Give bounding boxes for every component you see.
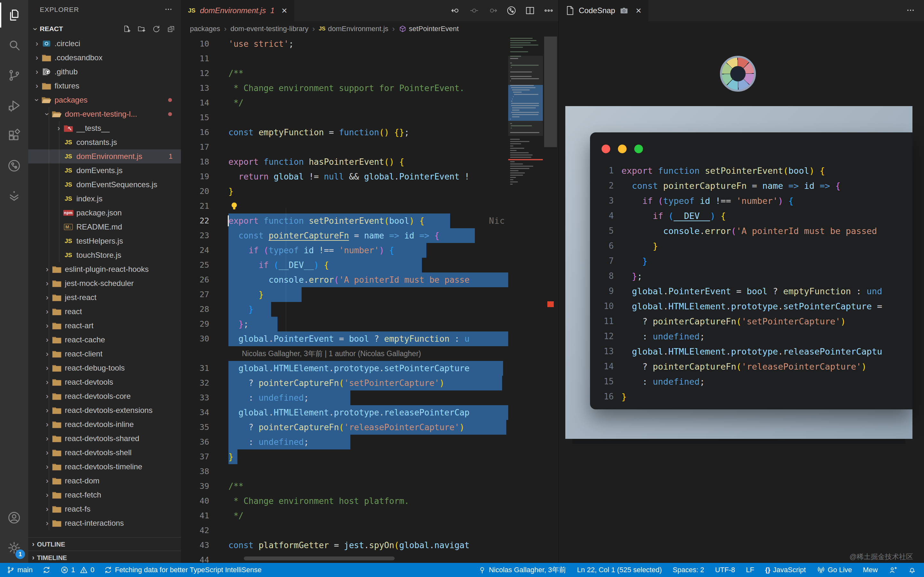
activity-item-live-server[interactable] (0, 181, 28, 211)
code-line-23[interactable]: 23 const pointerCaptureFn = name => id =… (181, 228, 508, 243)
outline-panel-header[interactable]: › OUTLINE (28, 537, 181, 551)
gitlens-icon[interactable] (506, 5, 517, 16)
tree-item-readme-md[interactable]: M↓README.md (28, 220, 181, 234)
more-icon[interactable] (543, 5, 554, 16)
code-line-16[interactable]: 16const emptyFunction = function() {}; (181, 125, 508, 140)
breadcrumb-domenvironment.js[interactable]: JSdomEnvironment.js (319, 25, 389, 33)
tree-item--circleci[interactable]: ›.circleci (28, 37, 181, 51)
tab-domenvironment[interactable]: JS domEnvironment.js 1 × (181, 0, 294, 21)
code-line-37[interactable]: 37} (181, 450, 508, 464)
tree-item-react-devtools-shell[interactable]: ›react-devtools-shell (28, 446, 181, 460)
next-change-icon[interactable] (488, 5, 498, 16)
section-header-react[interactable]: › REACT (28, 21, 181, 37)
tree-item-react-devtools-inline[interactable]: ›react-devtools-inline (28, 417, 181, 432)
code-line-28[interactable]: 28 } (181, 302, 508, 317)
tree-item-react-debug-tools[interactable]: ›react-debug-tools (28, 361, 181, 375)
breadcrumb-setpointerevent[interactable]: setPointerEvent (399, 25, 459, 33)
activity-item-run-debug[interactable] (0, 90, 28, 121)
tree-item--codesandbox[interactable]: ›.codesandbox (28, 51, 181, 65)
code-line-10[interactable]: 10'use strict'; (181, 37, 508, 51)
tree-item-index-js[interactable]: JSindex.js (28, 192, 181, 206)
change-icon[interactable] (469, 5, 479, 16)
horizontal-scrollbar[interactable] (244, 556, 395, 560)
activity-item-source-control[interactable] (0, 60, 28, 90)
code-line-26[interactable]: 26 console.error('A pointerId must be pa… (181, 272, 508, 287)
tree-item-domeventsequences-js[interactable]: JSdomEventSequences.js (28, 177, 181, 192)
code-line-39[interactable]: 39/** (181, 479, 508, 494)
tree-item-packages[interactable]: ›packages (28, 93, 181, 107)
status-item-spaces[interactable]: Spaces: 2 (673, 566, 704, 574)
split-editor-icon[interactable] (525, 5, 535, 16)
code-line-11[interactable]: 11 (181, 51, 508, 66)
code-line-24[interactable]: 24 if (typeof id !== 'number') { (181, 243, 508, 258)
breadcrumb-packages[interactable]: packages (190, 25, 220, 33)
tree-item-react-client[interactable]: ›react-client (28, 347, 181, 361)
activity-item-settings[interactable]: 1 (0, 533, 28, 563)
tree-item-jest-mock-scheduler[interactable]: ›jest-mock-scheduler (28, 276, 181, 290)
tree-item-react-devtools-timeline[interactable]: ›react-devtools-timeline (28, 460, 181, 474)
lightbulb-icon[interactable] (228, 200, 240, 212)
code-line-35[interactable]: 35 ? pointerCaptureFn('releasePointerCap… (181, 420, 508, 435)
code-line-42[interactable]: 42 (181, 523, 508, 538)
status-item-bell[interactable] (908, 566, 916, 574)
tree-item-react-fs[interactable]: ›react-fs (28, 502, 181, 516)
snapshot-preview[interactable]: 1export function setPointerEvent(bool) {… (565, 106, 913, 439)
close-icon[interactable]: × (636, 6, 641, 15)
code-line-31[interactable]: 31 global.HTMLElement.prototype.setPoint… (181, 361, 508, 376)
new-file-icon[interactable] (123, 25, 131, 33)
activity-item-extensions[interactable] (0, 121, 28, 151)
status-item-1[interactable]: 10 (60, 566, 95, 574)
status-item-main[interactable]: main (6, 566, 33, 574)
code-line-27[interactable]: 27 } (181, 287, 508, 302)
code-line-12[interactable]: 12/** (181, 66, 508, 81)
close-icon[interactable]: × (281, 6, 287, 15)
tree-item-react-devtools-extensions[interactable]: ›react-devtools-extensions (28, 403, 181, 417)
status-item-mew[interactable]: Mew (863, 566, 878, 574)
status-item-feedback[interactable] (889, 566, 897, 574)
code-line-13[interactable]: 13 * Change environment support for Poin… (181, 81, 508, 95)
breadcrumb-dom-event-testing-library[interactable]: dom-event-testing-library (230, 25, 309, 33)
scrollbar-thumb[interactable] (544, 37, 557, 147)
ellipsis-icon[interactable] (906, 6, 915, 15)
activity-item-search[interactable] (0, 30, 28, 60)
tree-item-react-devtools-shared[interactable]: ›react-devtools-shared (28, 432, 181, 446)
code-editor[interactable]: 10'use strict';1112/**13 * Change enviro… (181, 37, 508, 563)
code-line-18[interactable]: 18export function hasPointerEvent() { (181, 155, 508, 169)
code-line-19[interactable]: 19 return global != null && global.Point… (181, 169, 508, 184)
collapse-all-icon[interactable] (167, 25, 175, 33)
tree-item-domevents-js[interactable]: JSdomEvents.js (28, 163, 181, 177)
ellipsis-icon[interactable] (164, 5, 173, 13)
code-line-29[interactable]: 29 }; (181, 317, 508, 332)
status-item-go[interactable]: Go Live (817, 566, 852, 574)
tree-item-fixtures[interactable]: ›fixtures (28, 79, 181, 93)
status-item-ln[interactable]: Ln 22, Col 1 (525 selected) (577, 566, 662, 574)
code-line-21[interactable]: 21 (181, 199, 508, 213)
code-line-43[interactable]: 43const platformGetter = jest.spyOn(glob… (181, 538, 508, 553)
prev-change-icon[interactable] (451, 5, 461, 16)
activity-item-explorer[interactable] (0, 0, 28, 30)
tree-item-domenvironment-js[interactable]: JSdomEnvironment.js1 (28, 149, 181, 163)
minimap-viewport[interactable] (508, 56, 543, 136)
tree-item-eslint-plugin-react-hooks[interactable]: ›eslint-plugin-react-hooks (28, 262, 181, 276)
code-line-36[interactable]: 36 : undefined; (181, 435, 508, 450)
minimap[interactable] (508, 37, 543, 563)
status-item-sync[interactable] (42, 566, 51, 574)
code-line-32[interactable]: 32 ? pointerCaptureFn('setPointerCapture… (181, 376, 508, 390)
code-line-20[interactable]: 20} (181, 184, 508, 199)
status-item-lf[interactable]: LF (746, 566, 754, 574)
tree-item-testhelpers-js[interactable]: JStestHelpers.js (28, 234, 181, 248)
status-item-utf8[interactable]: UTF-8 (715, 566, 735, 574)
overview-ruler[interactable] (543, 37, 558, 563)
timeline-panel-header[interactable]: › TIMELINE (28, 551, 181, 563)
new-folder-icon[interactable] (137, 25, 145, 33)
tree-item-react-fetch[interactable]: ›react-fetch (28, 488, 181, 502)
code-line-34[interactable]: 34 global.HTMLElement.prototype.releaseP… (181, 405, 508, 420)
tree-item-package-json[interactable]: npmpackage.json (28, 206, 181, 220)
status-item-nicolas[interactable]: Nicolas Gallagher, 3年前 (478, 565, 566, 575)
code-line-40[interactable]: 40 * Change environment host platform. (181, 494, 508, 508)
code-line-22[interactable]: 22export function setPointerEvent(bool) … (181, 213, 508, 228)
tree-item-react-interactions[interactable]: ›react-interactions (28, 516, 181, 530)
tree-item-constants-js[interactable]: JSconstants.js (28, 135, 181, 149)
tree-item--github[interactable]: ›.github (28, 65, 181, 79)
code-line-33[interactable]: 33 : undefined; (181, 390, 508, 405)
